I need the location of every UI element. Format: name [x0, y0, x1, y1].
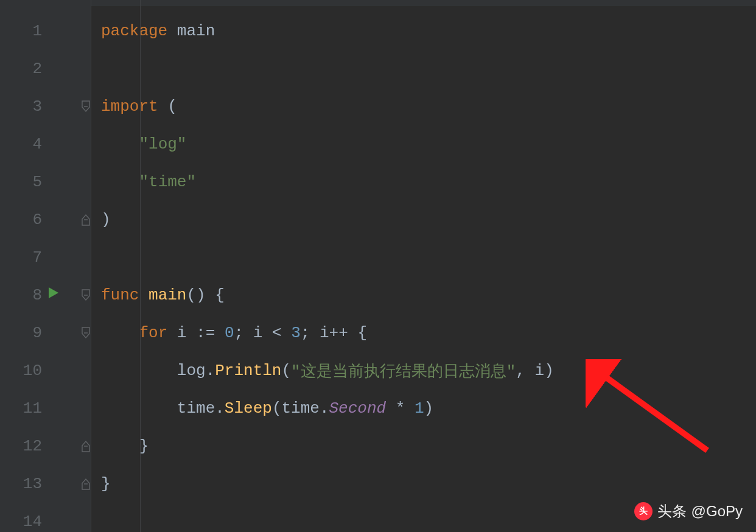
gutter-row[interactable]: 6 [0, 201, 91, 239]
gutter-row[interactable]: 5 [0, 163, 91, 201]
code-line[interactable]: package main [101, 12, 756, 50]
space [262, 324, 272, 342]
keyword-import: import [101, 97, 158, 116]
op-lt: < [272, 324, 282, 342]
space [158, 97, 168, 116]
line-number: 6 [32, 211, 42, 229]
semicolon: ; [301, 324, 310, 342]
indent [101, 437, 139, 455]
indent [101, 362, 177, 380]
space [167, 324, 177, 342]
gutter: 1 2 3 4 5 6 7 8 [0, 0, 91, 532]
watermark: 头 头条 @GoPy [634, 502, 743, 521]
rparen: ) [424, 399, 434, 418]
line-number: 9 [32, 324, 42, 342]
fold-end-icon[interactable] [80, 212, 91, 227]
space [206, 286, 215, 304]
gutter-row[interactable]: 2 [0, 50, 91, 88]
ident-main: main [177, 22, 215, 40]
line-number: 3 [32, 97, 42, 116]
line-number: 7 [32, 248, 42, 267]
gutter-row[interactable]: 13 [0, 465, 91, 503]
fold-start-icon[interactable] [80, 326, 91, 340]
num-1: 1 [415, 399, 424, 418]
gutter-row[interactable]: 10 [0, 352, 91, 390]
space [167, 22, 177, 40]
line-number: 14 [23, 513, 42, 531]
ident-time: time [177, 399, 215, 418]
gutter-row[interactable]: 8 [0, 276, 91, 314]
code-line[interactable]: time.Sleep(time.Second * 1) [101, 390, 756, 427]
gutter-row[interactable]: 7 [0, 239, 91, 276]
indent [101, 173, 139, 191]
line-number: 2 [32, 60, 42, 78]
gutter-row[interactable]: 4 [0, 125, 91, 163]
fold-end-icon[interactable] [80, 477, 91, 491]
ident-log: log [177, 362, 206, 380]
lbrace: { [215, 286, 225, 304]
line-number: 5 [32, 173, 42, 191]
line-number: 11 [23, 399, 42, 418]
code-line[interactable]: for i := 0; i < 3; i++ { [101, 314, 756, 352]
gutter-row[interactable]: 1 [0, 12, 91, 50]
indent [101, 399, 177, 418]
ident-time: time [281, 399, 319, 418]
code-line[interactable]: func main() { [101, 276, 756, 314]
op-mul: * [396, 399, 405, 418]
ident-i: i [177, 324, 187, 342]
fold-start-icon[interactable] [80, 99, 91, 114]
gutter-row[interactable]: 9 [0, 314, 91, 352]
func-println: Println [215, 362, 281, 380]
code-line[interactable]: log.Println("这是当前执行结果的日志消息", i) [101, 352, 756, 390]
watermark-prefix: 头条 [657, 502, 687, 521]
func-main: main [149, 286, 186, 304]
space [405, 399, 415, 418]
indent-guide [140, 0, 141, 532]
space [310, 324, 320, 342]
line-number: 1 [32, 22, 42, 40]
code-line[interactable]: ) [101, 201, 756, 239]
comma: , [516, 362, 525, 380]
keyword-func: func [101, 286, 139, 304]
watermark-handle: @GoPy [691, 503, 743, 520]
code-line[interactable] [101, 239, 756, 276]
space [525, 362, 535, 380]
space [282, 324, 292, 342]
line-number: 4 [32, 135, 42, 153]
code-line[interactable] [101, 50, 756, 88]
num-0: 0 [225, 324, 234, 342]
ident-i: i [253, 324, 263, 342]
code-line[interactable]: } [101, 465, 756, 503]
ident-i: i [320, 324, 329, 342]
rparen: ) [544, 362, 554, 380]
rparen: ) [101, 211, 111, 229]
indent [101, 324, 139, 342]
gutter-row[interactable]: 14 [0, 503, 91, 532]
const-second: Second [329, 399, 387, 418]
code-editor[interactable]: 1 2 3 4 5 6 7 8 [0, 0, 756, 532]
fold-start-icon[interactable] [80, 288, 91, 303]
indent [101, 135, 139, 153]
gutter-row[interactable]: 12 [0, 427, 91, 465]
gutter-row[interactable]: 11 [0, 390, 91, 427]
rparen: ) [196, 286, 206, 304]
num-3: 3 [291, 324, 301, 342]
code-line[interactable]: } [101, 427, 756, 465]
fold-end-icon[interactable] [80, 439, 91, 453]
code-line[interactable]: import ( [101, 88, 756, 125]
line-number: 8 [32, 286, 42, 304]
gutter-row[interactable]: 3 [0, 88, 91, 125]
lparen: ( [186, 286, 196, 304]
code-line[interactable]: "time" [101, 163, 756, 201]
semicolon: ; [234, 324, 244, 342]
code-line[interactable]: "log" [101, 125, 756, 163]
string-log: "log" [139, 135, 186, 153]
string-msg: "这是当前执行结果的日志消息" [291, 360, 516, 382]
code-area[interactable]: package main import ( "log" "time" ) fun… [91, 0, 756, 532]
line-number: 13 [23, 475, 42, 493]
keyword-for: for [139, 324, 167, 342]
lparen: ( [167, 97, 177, 116]
run-gutter-icon[interactable] [47, 286, 60, 304]
space [186, 324, 196, 342]
space [386, 399, 396, 418]
